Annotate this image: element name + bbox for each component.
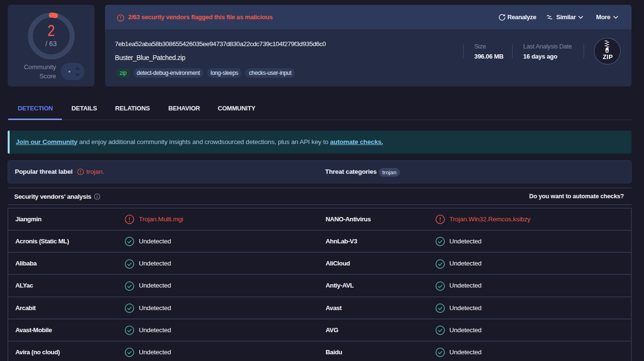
svg-text:ZIP: ZIP xyxy=(603,54,613,60)
